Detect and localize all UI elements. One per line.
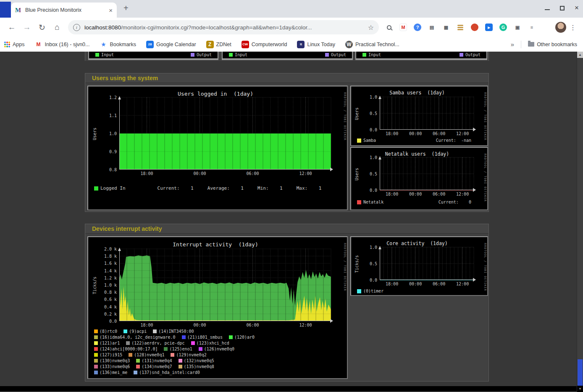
page-info-icon[interactable]: i [73, 24, 80, 31]
bookmark-item[interactable]: WPractical Technol... [345, 41, 399, 48]
bookmark-item[interactable]: ★Bookmarks [100, 41, 137, 48]
legend-entry: (16)idma64.0, i2c_designware.0 [94, 335, 176, 340]
scrollbar-up-arrow-icon[interactable]: ▲ [577, 52, 583, 58]
address-bar[interactable]: i localhost:8080/monitorix-cgi/monitorix… [68, 20, 379, 34]
legend-color-swatch [362, 53, 366, 57]
cutoff-graph-panel[interactable]: Input Output [355, 52, 487, 60]
netatalk-chart-plot[interactable] [380, 157, 474, 190]
legend-label: (16)idma64.0, i2c_designware.0 [100, 335, 176, 340]
back-button[interactable]: ← [4, 23, 19, 32]
window-maximize-button[interactable] [560, 6, 565, 10]
browser-menu-icon[interactable]: ⋮ [570, 24, 576, 31]
legend-color-swatch [357, 139, 361, 143]
tab-close-icon[interactable]: × [109, 7, 113, 14]
browser-tab[interactable]: M Blue Precision Monitorix × [11, 3, 117, 18]
legend-entry: (135)nvme0q8 [179, 364, 214, 369]
bookmarks-overflow-chevron[interactable]: » [511, 41, 514, 48]
url-path: /monitorix-cgi/monitorix.cgi?mode=localh… [121, 24, 312, 31]
meet-extension-icon[interactable]: ▸ [484, 22, 494, 32]
bookmark-item[interactable]: CWComputerworld [242, 41, 287, 48]
reading-list-extension-icon-glyph: ≡ [528, 24, 536, 31]
copy-extension-icon[interactable]: ▤ [427, 22, 437, 32]
x-tick-label: 18:00 [383, 282, 400, 286]
help-extension-icon[interactable]: ? [412, 22, 423, 32]
y-tick-label: 0.8 k [98, 290, 117, 295]
chart-title: Interrupt activity (1day) [88, 241, 343, 248]
bookmark-item[interactable]: Apps [4, 42, 25, 47]
cutoff-graph-panel[interactable]: Input Output [88, 52, 218, 60]
legend-color-swatch [94, 341, 98, 345]
other-bookmarks-label: Other bookmarks [537, 42, 577, 47]
y-tick-label: 0.6 k [98, 297, 117, 302]
notes-extension-icon[interactable]: ▦ [441, 22, 451, 32]
legend-label: (125)eno1 [169, 347, 192, 351]
legend-entry: (127)i915 [94, 353, 122, 357]
bookmark-item[interactable]: ZZDNet [206, 41, 231, 48]
scrollbar[interactable]: ▲ ▼ [577, 52, 583, 392]
legend-label: (14)INT3450:00 [158, 329, 194, 334]
chart-legend: Logged In Current: 1 Average: 1 Min: 1 M… [94, 186, 321, 191]
legend-color-swatch [357, 200, 361, 204]
legend-label: (121)ar1 [100, 341, 120, 345]
users-chart-plot[interactable] [119, 97, 331, 170]
bookmark-label: Practical Technol... [355, 42, 399, 47]
new-tab-button[interactable]: + [123, 3, 129, 13]
y-tick-label: 0.4 k [98, 305, 117, 309]
disc-stack-shape [457, 25, 463, 26]
pocket-extension-icon[interactable] [470, 22, 480, 32]
puzzle-extension-icon[interactable]: ▣ [512, 22, 523, 32]
samba-graph-panel[interactable]: Samba users (1day) Users Samba Current: … [350, 86, 488, 146]
reading-list-extension-icon[interactable]: ≡ [527, 22, 537, 32]
legend-label: (122)aerdrv, pcie-dpc [131, 341, 184, 345]
x-tick-label: 18:00 [139, 171, 155, 176]
grammarly-extension-icon[interactable]: G [498, 22, 508, 32]
other-bookmarks-button[interactable]: Other bookmarks [528, 42, 577, 47]
folder-icon [528, 42, 534, 47]
home-button[interactable]: ⌂ [50, 23, 65, 32]
bookmark-star-icon[interactable]: ☆ [368, 24, 374, 31]
y-tick-label: 1.2 [98, 95, 117, 100]
rrdtool-watermark: RRDTOOL / TOBI OETIKER [343, 243, 347, 291]
bookmark-item[interactable]: 28Google Calendar [146, 41, 196, 48]
interrupt-graph-panel[interactable]: Interrupt activity (1day) Ticks/s (8)rtc… [87, 236, 348, 379]
forward-button[interactable]: → [19, 23, 34, 32]
core-chart-plot[interactable] [380, 247, 474, 280]
window-minimize-button[interactable] [545, 6, 550, 10]
profile-avatar[interactable] [555, 22, 566, 33]
x-tick-label: 00:00 [407, 192, 424, 196]
legend-stats: Current: -nan [436, 138, 471, 143]
legend-label: (135)nvme0q8 [184, 364, 214, 369]
legend-label: (130)nvme0q3 [100, 358, 130, 363]
legend-color-swatch [191, 53, 194, 57]
search-extension-icon[interactable] [384, 22, 394, 32]
samba-chart-plot[interactable] [380, 97, 474, 130]
gmail-extension-icon[interactable]: M [398, 22, 408, 32]
legend-label: (128)nvme0q1 [134, 353, 164, 357]
legend-label: Samba [363, 138, 376, 143]
rrdtool-watermark: RRDTOOL / TOBI OETIKER [483, 92, 487, 141]
netatalk-graph-panel[interactable]: Netatalk users (1day) Users Netatalk Cur… [350, 147, 488, 210]
cutoff-graph-panel[interactable]: Input Output [222, 52, 353, 60]
users-graph-panel[interactable]: Users logged in (1day) Users Logged In C… [87, 86, 348, 210]
chart-legend: Samba Current: -nan [357, 138, 471, 143]
y-tick-label: 0.2 k [98, 312, 117, 316]
database-extension-icon[interactable] [455, 22, 465, 32]
legend-color-swatch [129, 353, 132, 357]
bookmark-label: Google Calendar [156, 42, 196, 47]
legend-label: (133)nvme0q6 [100, 364, 130, 369]
legend-label: (123)xhci_hcd [197, 341, 229, 345]
bookmark-item[interactable]: MInbox (16) - sjvn0... [35, 41, 90, 48]
calendar-favicon: 28 [146, 41, 154, 48]
browser-window: M Blue Precision Monitorix × + × ← → ↻ ⌂… [0, 0, 583, 392]
interrupt-chart-plot[interactable] [119, 249, 331, 321]
y-tick-label: 1.1 [98, 113, 117, 118]
core-graph-panel[interactable]: Core activity (1day) Ticks/s (0)timer RR… [350, 236, 488, 296]
bookmark-label: Bookmarks [110, 42, 137, 47]
scrollbar-down-arrow-icon[interactable]: ▼ [577, 386, 583, 392]
window-close-button[interactable]: × [575, 5, 579, 11]
bookmark-item[interactable]: ltLinux Today [297, 41, 335, 48]
x-tick-label: 00:00 [192, 171, 208, 176]
linuxtoday-favicon: lt [297, 41, 305, 48]
scrollbar-thumb[interactable] [578, 359, 583, 386]
reload-button[interactable]: ↻ [34, 23, 50, 32]
